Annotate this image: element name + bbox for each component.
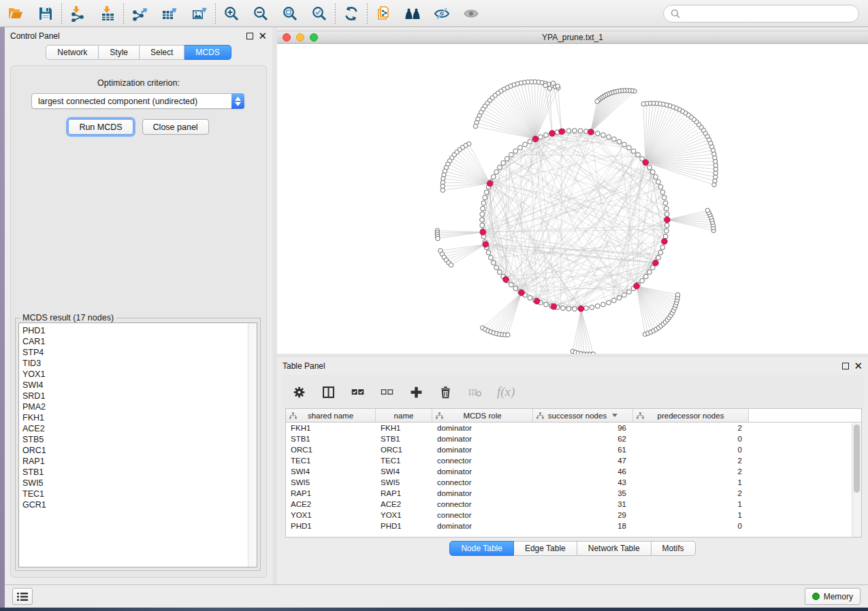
table-row[interactable]: STB1STB1dominator620	[286, 433, 861, 444]
table-cell[interactable]: YOX1	[286, 510, 376, 521]
table-cell[interactable]: 61	[533, 444, 633, 455]
close-panel-icon[interactable]: ✕	[258, 33, 267, 39]
add-column-icon[interactable]	[409, 385, 423, 399]
table-cell[interactable]: ORC1	[376, 444, 432, 455]
clone-network-icon[interactable]	[372, 3, 395, 24]
tab-mcds[interactable]: MCDS	[184, 45, 231, 60]
table-scrollbar-thumb[interactable]	[854, 425, 860, 493]
table-cell[interactable]: RAP1	[286, 488, 376, 499]
mcds-result-item[interactable]: STB1	[22, 467, 257, 478]
list-scrollbar[interactable]	[248, 323, 257, 567]
tab-network-table[interactable]: Network Table	[577, 541, 652, 556]
column-header-predecessor-nodes[interactable]: predecessor nodes	[633, 409, 749, 423]
table-cell[interactable]: 2	[633, 455, 749, 466]
mcds-result-item[interactable]: STP4	[22, 347, 257, 358]
network-window-titlebar[interactable]: YPA_prune.txt_1	[277, 31, 868, 44]
import-network-icon[interactable]	[66, 3, 89, 24]
table-cell[interactable]: 2	[633, 488, 749, 499]
table-row[interactable]: RAP1RAP1dominator352	[286, 488, 861, 499]
table-cell[interactable]: TEC1	[286, 455, 376, 466]
table-cell[interactable]: FKH1	[376, 423, 432, 433]
table-row[interactable]: TEC1TEC1connector472	[286, 455, 861, 466]
table-row[interactable]: ORC1ORC1dominator610	[286, 444, 861, 455]
mcds-result-item[interactable]: SWI4	[22, 380, 257, 391]
first-neighbors-icon[interactable]	[401, 3, 424, 24]
mcds-result-item[interactable]: ORC1	[22, 445, 257, 456]
select-all-icon[interactable]	[351, 385, 365, 399]
tab-node-table[interactable]: Node Table	[449, 541, 514, 556]
table-cell[interactable]: RAP1	[376, 488, 432, 499]
table-cell[interactable]: connector	[432, 455, 533, 466]
float-panel-icon[interactable]	[246, 33, 253, 39]
mcds-result-item[interactable]: SWI5	[22, 478, 257, 489]
search-input[interactable]	[684, 9, 852, 18]
table-cell[interactable]: dominator	[432, 444, 533, 455]
table-cell[interactable]: ORC1	[286, 444, 376, 455]
zoom-fit-icon[interactable]	[278, 3, 302, 24]
table-cell[interactable]: 35	[533, 488, 633, 499]
table-row[interactable]: FKH1FKH1dominator962	[286, 423, 861, 433]
delete-column-icon[interactable]	[438, 385, 453, 399]
table-cell[interactable]: PHD1	[376, 521, 432, 531]
table-cell[interactable]: STB1	[286, 433, 376, 444]
vertical-splitter[interactable]	[272, 27, 277, 584]
tab-style[interactable]: Style	[99, 45, 140, 60]
column-header-successor-nodes[interactable]: successor nodes	[533, 409, 633, 423]
mcds-result-item[interactable]: CAR1	[22, 336, 257, 347]
deselect-all-icon[interactable]	[380, 385, 394, 399]
import-table-icon[interactable]	[96, 3, 119, 24]
tab-network[interactable]: Network	[46, 45, 99, 60]
mcds-result-item[interactable]: YOX1	[22, 369, 257, 380]
optimization-select[interactable]: largest connected component (undirected)	[31, 93, 244, 109]
table-settings-icon[interactable]	[292, 385, 306, 399]
table-cell[interactable]: ACE2	[376, 499, 432, 510]
table-row[interactable]: PHD1PHD1dominator180	[286, 521, 861, 531]
table-cell[interactable]: 96	[533, 423, 633, 433]
memory-button[interactable]: Memory	[805, 588, 861, 605]
table-cell[interactable]: 0	[633, 433, 749, 444]
column-header-shared-name[interactable]: shared name	[286, 409, 376, 423]
float-table-panel-icon[interactable]	[842, 363, 849, 369]
table-cell[interactable]: 0	[633, 521, 749, 531]
table-cell[interactable]: 46	[533, 466, 633, 477]
table-cell[interactable]: SWI4	[376, 466, 432, 477]
table-cell[interactable]: connector	[432, 477, 533, 488]
table-row[interactable]: SWI5SWI5connector431	[286, 477, 861, 488]
hide-selected-icon[interactable]	[430, 3, 453, 24]
table-cell[interactable]: YOX1	[376, 510, 432, 521]
table-cell[interactable]: dominator	[432, 423, 533, 433]
network-canvas[interactable]	[277, 44, 868, 354]
zoom-out-icon[interactable]	[249, 3, 272, 24]
table-cell[interactable]: connector	[432, 499, 533, 510]
table-cell[interactable]: 47	[533, 455, 633, 466]
zoom-selected-icon[interactable]	[308, 3, 331, 24]
table-cell[interactable]: 43	[533, 477, 633, 488]
table-cell[interactable]: 18	[533, 521, 633, 531]
mcds-result-item[interactable]: FKH1	[22, 412, 257, 423]
close-panel-button[interactable]: Close panel	[142, 119, 209, 135]
table-cell[interactable]: SWI5	[286, 477, 376, 488]
table-cell[interactable]: FKH1	[286, 423, 376, 433]
table-cell[interactable]: PHD1	[286, 521, 376, 531]
close-table-panel-icon[interactable]: ✕	[854, 363, 863, 369]
table-cell[interactable]: SWI5	[376, 477, 432, 488]
table-cell[interactable]: dominator	[432, 488, 533, 499]
mcds-result-item[interactable]: TEC1	[22, 489, 257, 499]
mcds-result-item[interactable]: TID3	[22, 358, 257, 369]
export-table-icon[interactable]	[158, 3, 181, 24]
table-cell[interactable]: 0	[633, 444, 749, 455]
tab-select[interactable]: Select	[140, 45, 184, 60]
task-history-button[interactable]	[12, 588, 33, 605]
table-cell[interactable]: 31	[533, 499, 633, 510]
export-image-icon[interactable]	[188, 3, 211, 24]
zoom-in-icon[interactable]	[220, 3, 243, 24]
mcds-result-item[interactable]: SRD1	[22, 391, 257, 401]
table-cell[interactable]: 2	[633, 423, 749, 433]
table-cell[interactable]: SWI4	[286, 466, 376, 477]
table-scrollbar[interactable]	[852, 423, 861, 537]
run-mcds-button[interactable]: Run MCDS	[68, 119, 133, 135]
search-field[interactable]	[663, 5, 859, 22]
show-columns-icon[interactable]	[321, 385, 336, 399]
mcds-result-item[interactable]: PMA2	[22, 401, 257, 412]
save-session-icon[interactable]	[34, 3, 57, 24]
